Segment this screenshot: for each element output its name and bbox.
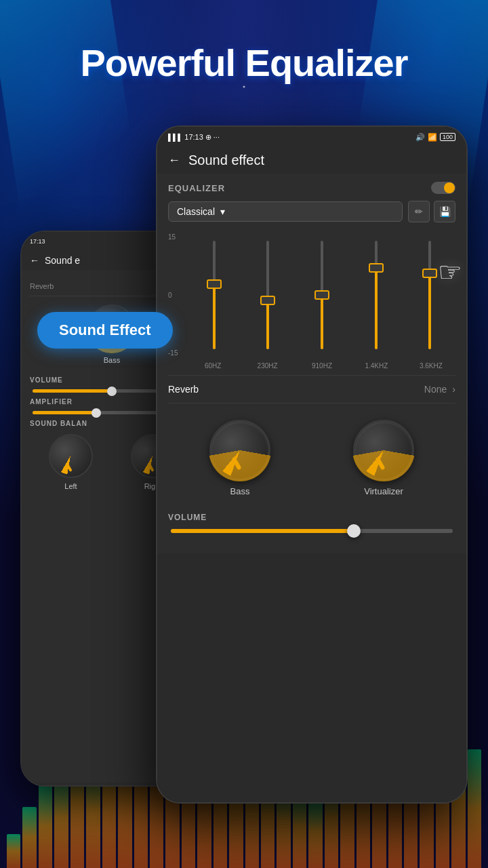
bass-knob[interactable] [209, 420, 270, 481]
virtualizer-knob-arc [352, 419, 415, 481]
status-sync-icon: ⊕ [205, 133, 211, 142]
freq-label-1: 60HZ [188, 362, 237, 370]
status-wifi-icon: 📶 [428, 133, 437, 142]
eq-axis: 15 0 -15 [168, 231, 188, 359]
freq-label-4: 1.4KHZ [352, 362, 401, 370]
toggle-dot [444, 182, 455, 193]
main-title: Powerful Equalizer [0, 41, 488, 85]
volume-slider[interactable] [171, 529, 453, 533]
reverb-right: None › [424, 384, 455, 395]
back-amplifier-thumb[interactable] [92, 408, 101, 418]
eq-bar-decoration [39, 783, 52, 868]
toggle-track[interactable] [431, 182, 455, 194]
back-back-button[interactable]: ← [30, 255, 39, 266]
preset-icons: ✏ 💾 [408, 201, 455, 222]
back-left-knob-wrap: Left [49, 434, 93, 490]
eq-band-2[interactable] [243, 234, 294, 356]
eq-band-4-track[interactable] [375, 241, 378, 349]
virtualizer-knob-wrap: Virtualizer [353, 420, 414, 496]
preset-value: Classical [177, 206, 215, 217]
status-signal: ▌▌▌ [168, 134, 182, 141]
back-amplifier-fill [33, 411, 96, 414]
volume-thumb[interactable] [347, 524, 361, 538]
eq-axis-mid: 0 [168, 292, 188, 299]
eq-band-4-thumb[interactable] [369, 263, 384, 273]
back-volume-thumb[interactable] [107, 387, 117, 396]
back-volume-fill [33, 389, 112, 393]
eq-band-3-fill [321, 295, 323, 349]
phone-front: ▌▌▌ 17:13 ⊕ ··· 🔊 📶 100 ← Sound effect E… [156, 125, 468, 804]
bass-knob-wrap: Bass [209, 420, 270, 496]
eq-axis-top: 15 [168, 233, 188, 241]
eq-sliders: ☞ [188, 231, 455, 359]
front-content: EQUALIZER Classical ▾ ✏ [157, 174, 466, 553]
reverb-label: Reverb [168, 384, 199, 395]
eq-band-3-track[interactable] [321, 241, 323, 349]
eq-band-4-fill [375, 268, 378, 349]
eq-band-3[interactable] [296, 234, 348, 356]
eq-label: EQUALIZER [168, 183, 225, 193]
preset-selector[interactable]: Classical ▾ [168, 201, 403, 222]
sound-effect-bubble: Sound Effect [37, 312, 173, 349]
preset-dropdown-icon: ▾ [220, 206, 225, 217]
freq-label-3: 910HZ [298, 362, 346, 370]
edit-icon: ✏ [415, 206, 423, 217]
eq-band-1-thumb[interactable] [207, 279, 222, 289]
back-left-label: Left [49, 482, 93, 490]
reverb-chevron-icon: › [452, 384, 455, 395]
status-right: 🔊 📶 100 [415, 133, 455, 142]
eq-band-1-fill [213, 284, 216, 349]
status-battery-icon: 100 [440, 133, 455, 141]
eq-band-5-track[interactable] [428, 241, 431, 349]
save-preset-button[interactable]: 💾 [434, 201, 455, 222]
front-screen: ▌▌▌ 17:13 ⊕ ··· 🔊 📶 100 ← Sound effect E… [157, 127, 466, 802]
front-back-button[interactable]: ← [168, 153, 180, 167]
front-status-bar: ▌▌▌ 17:13 ⊕ ··· 🔊 📶 100 [157, 127, 466, 147]
reverb-row[interactable]: Reverb None › [168, 375, 455, 403]
status-time: 17:13 [184, 133, 203, 141]
back-left-knob[interactable] [49, 434, 93, 478]
eq-band-2-fill [266, 300, 269, 349]
back-reverb-label: Reverb [30, 282, 54, 290]
eq-band-1[interactable] [188, 234, 240, 356]
eq-bar-decoration [7, 834, 20, 868]
bass-knob-arc [209, 419, 271, 481]
virtualizer-knob[interactable] [353, 420, 414, 481]
freq-labels: 60HZ 230HZ 910HZ 1.4KHZ 3.6KHZ [188, 362, 455, 370]
eq-band-2-track[interactable] [266, 241, 269, 349]
volume-fill [171, 529, 354, 533]
bass-knob-label: Bass [230, 486, 250, 496]
eq-band-3-thumb[interactable] [314, 290, 329, 300]
virtualizer-knob-label: Virtualizer [364, 486, 403, 496]
status-more-icon: ··· [214, 133, 220, 141]
knobs-row: Bass Virtualizer [168, 409, 455, 507]
eq-section-header: EQUALIZER [168, 182, 455, 194]
eq-bar-decoration [22, 807, 36, 868]
front-app-header: ← Sound effect [157, 147, 466, 174]
eq-band-5-thumb[interactable] [422, 269, 437, 278]
back-status-time: 17:13 [30, 238, 45, 245]
volume-label: VOLUME [168, 513, 455, 522]
eq-axis-bottom: -15 [168, 349, 188, 357]
front-header-title: Sound effect [188, 153, 264, 168]
freq-label-2: 230HZ [243, 362, 291, 370]
save-icon: 💾 [439, 206, 451, 217]
edit-preset-button[interactable]: ✏ [408, 201, 430, 222]
status-left: ▌▌▌ 17:13 ⊕ ··· [168, 133, 220, 142]
eq-band-5-fill [428, 273, 431, 349]
volume-section: VOLUME [168, 507, 455, 545]
eq-bar-decoration [468, 749, 481, 868]
reverb-value: None [424, 384, 447, 395]
status-volume-icon: 🔊 [415, 133, 425, 142]
eq-band-2-thumb[interactable] [260, 296, 275, 305]
eq-sliders-container: 15 0 -15 [168, 231, 455, 359]
eq-band-5[interactable] [404, 234, 455, 356]
eq-bar-decoration [308, 793, 322, 868]
back-header-title: Sound e [45, 255, 80, 266]
freq-label-5: 3.6KHZ [407, 362, 455, 370]
eq-band-4[interactable] [350, 234, 402, 356]
preset-row: Classical ▾ ✏ 💾 [168, 201, 455, 222]
eq-band-1-track[interactable] [213, 241, 216, 349]
eq-toggle[interactable] [431, 182, 455, 194]
